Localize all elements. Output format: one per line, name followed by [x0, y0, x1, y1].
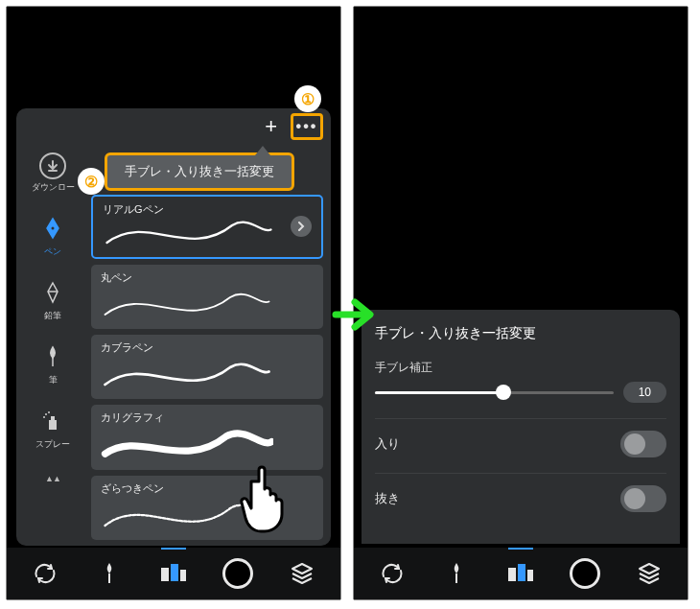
brush-name: カブラペン: [101, 340, 314, 355]
layers-icon: [636, 560, 663, 587]
slider-thumb[interactable]: [496, 385, 511, 400]
brush-stroke-preview: [101, 289, 273, 323]
svg-marker-15: [292, 564, 312, 574]
svg-rect-18: [518, 564, 525, 581]
toggle-nuki[interactable]: [620, 485, 666, 512]
sidebar-collapse-button[interactable]: ▲▲: [45, 474, 60, 483]
transform-icon: [31, 559, 59, 588]
brush-settings-icon[interactable]: [291, 216, 312, 237]
brush-panel: + ••• ダウンロー ペン: [16, 108, 331, 546]
add-brush-button[interactable]: +: [261, 114, 281, 139]
brush-icon: [37, 341, 68, 372]
pencil-icon: [37, 277, 68, 308]
toolbar-transform-button[interactable]: [25, 553, 65, 594]
stabilize-slider[interactable]: [375, 391, 614, 394]
sidebar-category-label: ペン: [44, 246, 61, 258]
brush-item-zaratsuki-pen[interactable]: ざらつきペン: [91, 476, 323, 540]
toggle-label: 抜き: [375, 490, 400, 507]
sidebar-category-spray[interactable]: スプレー: [35, 406, 70, 451]
sidebar-category-label: スプレー: [35, 438, 70, 451]
stabilize-slider-row: 10: [375, 382, 666, 403]
svg-marker-20: [640, 564, 659, 574]
download-icon: [39, 152, 66, 179]
toolbar-palette-button[interactable]: [501, 553, 541, 594]
toolbar-layers-button[interactable]: [282, 553, 322, 594]
toolbar-color-button[interactable]: [218, 553, 258, 594]
stabilize-label: 手ブレ補正: [375, 360, 666, 376]
toolbar-color-button[interactable]: [565, 553, 605, 594]
brush-stroke-preview: [101, 359, 273, 393]
brush-item-real-g-pen[interactable]: リアルGペン: [91, 195, 323, 259]
canvas-area[interactable]: [354, 7, 688, 310]
sidebar-category-pencil[interactable]: 鉛筆: [37, 277, 68, 322]
svg-rect-14: [180, 570, 186, 581]
sidebar-category-brush[interactable]: 筆: [37, 341, 68, 386]
toolbar-layers-button[interactable]: [629, 553, 669, 594]
stabilize-value[interactable]: 10: [623, 382, 666, 403]
brush-tool-icon: [443, 560, 470, 587]
svg-point-8: [45, 413, 47, 415]
current-color-swatch: [570, 558, 600, 589]
download-brushes-button[interactable]: ダウンロー: [32, 152, 75, 194]
toggle-row-iri: 入り: [375, 418, 666, 469]
svg-rect-17: [508, 568, 516, 581]
svg-point-9: [48, 411, 50, 413]
spray-icon: [37, 406, 68, 436]
sidebar-category-label: 筆: [49, 374, 58, 386]
svg-rect-6: [49, 420, 57, 430]
callout-badge-2: ②: [78, 168, 105, 195]
sidebar-category-label: 鉛筆: [44, 310, 61, 322]
brush-name: 丸ペン: [101, 270, 314, 285]
brush-category-sidebar: ダウンロー ペン 鉛筆: [16, 145, 89, 546]
current-color-swatch: [222, 558, 253, 589]
svg-rect-19: [527, 570, 533, 581]
toggle-iri[interactable]: [620, 431, 666, 457]
callout-badge-1: ①: [294, 85, 321, 112]
menu-item-batch-change[interactable]: 手ブレ・入り抜き一括変更: [125, 163, 274, 180]
canvas-area[interactable]: [7, 7, 340, 108]
palette-icon: [506, 562, 535, 585]
brush-item-calligraphy[interactable]: カリグラフィ: [91, 405, 323, 469]
brush-stroke-preview: [101, 500, 273, 534]
palette-icon: [159, 562, 188, 585]
batch-change-panel: 手ブレ・入り抜き一括変更 手ブレ補正 10 入り 抜き: [362, 310, 680, 544]
brush-stroke-preview: [103, 217, 275, 251]
brush-name: リアルGペン: [103, 202, 312, 217]
brush-item-kabura-pen[interactable]: カブラペン: [91, 335, 323, 399]
toggle-label: 入り: [375, 435, 400, 453]
download-label: ダウンロー: [32, 181, 75, 194]
layers-icon: [289, 560, 315, 587]
svg-rect-13: [171, 564, 178, 581]
toolbar-brush-button[interactable]: [436, 553, 477, 594]
screen-after: 手ブレ・入り抜き一括変更 手ブレ補正 10 入り 抜き: [353, 6, 688, 600]
transition-arrow-icon: [332, 297, 378, 336]
transform-icon: [378, 559, 407, 588]
more-menu-popup[interactable]: 手ブレ・入り抜き一括変更: [105, 152, 294, 191]
svg-rect-7: [51, 416, 55, 420]
toolbar-brush-button[interactable]: [89, 553, 129, 594]
brush-tool-icon: [96, 560, 123, 587]
brush-name: カリグラフィ: [101, 410, 314, 425]
toolbar-palette-button[interactable]: [153, 553, 194, 594]
brush-stroke-preview: [101, 430, 273, 464]
brush-panel-header: + •••: [16, 108, 331, 145]
svg-point-3: [52, 227, 55, 230]
brush-name: ざらつきペン: [101, 481, 314, 496]
bottom-toolbar: [354, 548, 688, 599]
brush-list: 手ブレ・入り抜き一括変更 リアルGペン 丸ペン: [89, 145, 331, 546]
panel-title: 手ブレ・入り抜き一括変更: [375, 325, 666, 342]
screen-before: ① + ••• ダウンロー: [6, 6, 341, 600]
slider-fill: [375, 391, 503, 394]
svg-point-10: [43, 416, 45, 418]
brush-item-maru-pen[interactable]: 丸ペン: [91, 265, 323, 329]
svg-rect-12: [161, 568, 169, 581]
more-button[interactable]: •••: [291, 113, 323, 140]
toolbar-transform-button[interactable]: [372, 553, 412, 594]
pen-nib-icon: [37, 213, 68, 244]
bottom-toolbar: [7, 548, 340, 599]
toggle-row-nuki: 抜き: [375, 473, 666, 524]
sidebar-category-pen[interactable]: ペン: [37, 213, 68, 258]
